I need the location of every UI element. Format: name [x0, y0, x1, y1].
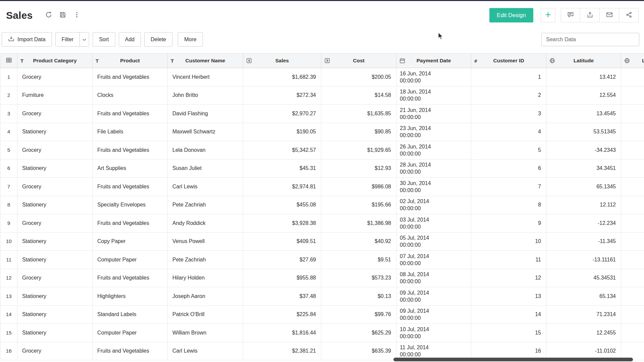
cell-product-category[interactable]: Grocery: [17, 269, 93, 287]
cell-product[interactable]: Copy Paper: [93, 233, 168, 251]
cell-customer-name[interactable]: Andy Roddick: [168, 214, 243, 232]
row-number[interactable]: 8: [0, 196, 17, 214]
cell-payment-date[interactable]: 30 Jun, 2014 00:00:00: [396, 178, 471, 196]
cell-cost[interactable]: $1,929.65: [321, 141, 396, 159]
cell-cost[interactable]: $200.05: [321, 68, 396, 86]
cell-longitude[interactable]: [621, 269, 644, 287]
cell-latitude[interactable]: 13.4545: [546, 105, 621, 123]
row-number[interactable]: 15: [0, 324, 17, 342]
cell-product-category[interactable]: Stationery: [17, 251, 93, 269]
cell-sales[interactable]: $455.08: [243, 196, 321, 214]
filter-dropdown-button[interactable]: [79, 32, 89, 47]
cell-sales[interactable]: $409.51: [243, 233, 321, 251]
cell-sales[interactable]: $3,928.38: [243, 214, 321, 232]
column-header-product-category[interactable]: T Product Category: [17, 54, 93, 68]
cell-latitude[interactable]: 71.2314: [546, 306, 621, 324]
cell-cost[interactable]: $986.08: [321, 178, 396, 196]
cell-payment-date[interactable]: 08 Jul, 2014 00:00:00: [396, 269, 471, 287]
table-row[interactable]: 14 Stationery Standard Labels Patrick O'…: [0, 306, 644, 324]
cell-product-category[interactable]: Stationery: [17, 123, 93, 141]
cell-cost[interactable]: $90.85: [321, 123, 396, 141]
column-header-latitude[interactable]: Latitude: [546, 54, 621, 68]
refresh-button[interactable]: [43, 9, 55, 21]
cell-product[interactable]: Fruits and Vegetables: [93, 269, 168, 287]
cell-payment-date[interactable]: 21 Jun, 2014 00:00:00: [396, 105, 471, 123]
cell-customer-name[interactable]: Lela Donovan: [168, 141, 243, 159]
cell-product-category[interactable]: Grocery: [17, 178, 93, 196]
row-number[interactable]: 5: [0, 141, 17, 159]
column-header-sales[interactable]: $ Sales: [243, 54, 321, 68]
cell-cost[interactable]: $40.92: [321, 233, 396, 251]
column-header-longitude[interactable]: Longitude: [621, 54, 644, 68]
cell-product[interactable]: Fruits and Vegetables: [93, 342, 168, 360]
cell-cost[interactable]: $625.29: [321, 324, 396, 342]
cell-latitude[interactable]: 12.112: [546, 196, 621, 214]
row-number[interactable]: 13: [0, 287, 17, 305]
row-number[interactable]: 2: [0, 86, 17, 105]
cell-payment-date[interactable]: 11 Jul, 2014 00:00:00: [396, 342, 471, 360]
cell-customer-id[interactable]: 7: [471, 178, 546, 196]
cell-payment-date[interactable]: 28 Jun, 2014 00:00:00: [396, 160, 471, 178]
cell-latitude[interactable]: -11.0102: [546, 342, 621, 360]
cell-longitude[interactable]: [621, 123, 644, 141]
cell-product[interactable]: Fruits and Vegetables: [93, 105, 168, 123]
cell-latitude[interactable]: 65.1345: [546, 178, 621, 196]
cell-customer-id[interactable]: 11: [471, 251, 546, 269]
row-number[interactable]: 11: [0, 251, 17, 269]
cell-longitude[interactable]: [621, 214, 644, 232]
cell-longitude[interactable]: [621, 196, 644, 214]
cell-latitude[interactable]: 12.554: [546, 86, 621, 105]
cell-product-category[interactable]: Stationery: [17, 306, 93, 324]
row-number[interactable]: 6: [0, 160, 17, 178]
column-header-cost[interactable]: $ Cost: [321, 54, 396, 68]
cell-product[interactable]: Standard Labels: [93, 306, 168, 324]
cell-sales[interactable]: $5,342.57: [243, 141, 321, 159]
cell-product[interactable]: File Labels: [93, 123, 168, 141]
cell-product[interactable]: Fruits and Vegetables: [93, 68, 168, 86]
table-row[interactable]: 4 Stationery File Labels Maxwell Schwart…: [0, 123, 644, 141]
cell-product-category[interactable]: Stationery: [17, 233, 93, 251]
table-row[interactable]: 3 Grocery Fruits and Vegetables David Fl…: [0, 105, 644, 123]
cell-payment-date[interactable]: 10 Jul, 2014 00:00:00: [396, 324, 471, 342]
cell-sales[interactable]: $2,974.81: [243, 178, 321, 196]
cell-latitude[interactable]: -34.2343: [546, 141, 621, 159]
cell-product-category[interactable]: Grocery: [17, 214, 93, 232]
cell-cost[interactable]: $195.66: [321, 196, 396, 214]
search-input[interactable]: [541, 33, 639, 46]
cell-latitude[interactable]: 45.34531: [546, 269, 621, 287]
cell-customer-name[interactable]: John Britto: [168, 86, 243, 105]
row-number[interactable]: 10: [0, 233, 17, 251]
column-header-customer-name[interactable]: T Customer Name: [168, 54, 243, 68]
cell-customer-id[interactable]: 13: [471, 287, 546, 305]
column-header-row-number[interactable]: [0, 54, 17, 68]
cell-customer-id[interactable]: 10: [471, 233, 546, 251]
cell-product-category[interactable]: Grocery: [17, 68, 93, 86]
cell-customer-id[interactable]: 16: [471, 342, 546, 360]
cell-product-category[interactable]: Stationery: [17, 324, 93, 342]
cell-product[interactable]: Fruits and Vegetables: [93, 214, 168, 232]
row-number[interactable]: 4: [0, 123, 17, 141]
cell-product-category[interactable]: Stationery: [17, 287, 93, 305]
cell-customer-name[interactable]: Vincent Herbert: [168, 68, 243, 86]
cell-product[interactable]: Art Supplies: [93, 160, 168, 178]
cell-sales[interactable]: $955.88: [243, 269, 321, 287]
sort-button[interactable]: Sort: [93, 32, 115, 47]
cell-customer-name[interactable]: Patrick O'Brill: [168, 306, 243, 324]
cell-sales[interactable]: $1,682.39: [243, 68, 321, 86]
cell-longitude[interactable]: [621, 324, 644, 342]
cell-sales[interactable]: $2,381.21: [243, 342, 321, 360]
cell-payment-date[interactable]: 03 Jul, 2014 00:00:00: [396, 214, 471, 232]
delete-button[interactable]: Delete: [144, 32, 172, 47]
cell-payment-date[interactable]: 16 Jun, 2014 00:00:00: [396, 68, 471, 86]
cell-customer-id[interactable]: 6: [471, 160, 546, 178]
cell-longitude[interactable]: [621, 251, 644, 269]
cell-customer-id[interactable]: 8: [471, 196, 546, 214]
cell-longitude[interactable]: [621, 160, 644, 178]
cell-cost[interactable]: $1,635.85: [321, 105, 396, 123]
cell-customer-id[interactable]: 14: [471, 306, 546, 324]
cell-product[interactable]: Fruits and Vegetables: [93, 178, 168, 196]
cell-customer-id[interactable]: 5: [471, 141, 546, 159]
cell-payment-date[interactable]: 09 Jul, 2014 00:00:00: [396, 306, 471, 324]
cell-customer-id[interactable]: 9: [471, 214, 546, 232]
cell-sales[interactable]: $1,816.44: [243, 324, 321, 342]
